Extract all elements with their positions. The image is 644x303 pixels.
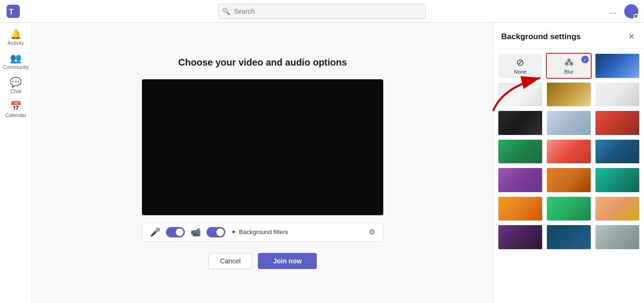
sidebar-item-label: Community: [3, 64, 29, 70]
blur-icon: ⁂: [564, 57, 574, 68]
bg-option-14[interactable]: [497, 196, 543, 222]
more-options-button[interactable]: ...: [606, 4, 620, 18]
content-area: Choose your video and audio options 🎤 📹 …: [32, 23, 493, 303]
bg-option-16[interactable]: [594, 196, 640, 222]
svg-text:T: T: [9, 8, 14, 16]
bg-option-19[interactable]: [594, 224, 640, 250]
bg-option-12[interactable]: [546, 167, 592, 193]
bg-option-3[interactable]: [546, 82, 592, 108]
bg-panel-title: Background settings: [501, 32, 581, 42]
topbar-right: ...: [606, 4, 638, 18]
bg-option-4[interactable]: [594, 82, 640, 108]
cam-toggle[interactable]: [206, 227, 225, 237]
bg-option-18[interactable]: [546, 224, 592, 250]
sidebar-item-label: Activity: [8, 40, 24, 46]
activity-icon: 🔔: [10, 29, 22, 39]
sidebar-item-label: Chat: [10, 88, 21, 94]
bg-filters-label: Background filters: [239, 228, 288, 236]
background-filters-button[interactable]: ✦ Background filters: [231, 228, 363, 236]
action-buttons: Cancel Join now: [208, 253, 317, 269]
blur-label: Blur: [564, 69, 574, 75]
chat-icon: 💬: [10, 77, 22, 87]
search-container: 🔍: [218, 4, 426, 19]
cancel-button[interactable]: Cancel: [208, 253, 253, 269]
mic-toggle[interactable]: [166, 227, 185, 237]
bg-grid-scroll[interactable]: ⊘ None ⁂ Blur ✓: [494, 49, 644, 303]
bg-option-13[interactable]: [594, 167, 640, 193]
bg-option-2[interactable]: [497, 82, 543, 108]
bg-option-5[interactable]: [497, 110, 543, 136]
none-icon: ⊘: [516, 57, 524, 68]
bg-option-10[interactable]: [594, 139, 640, 165]
teams-logo[interactable]: T: [6, 4, 21, 19]
bg-option-1[interactable]: [594, 53, 640, 79]
selected-check: ✓: [581, 56, 589, 63]
bg-options-grid: ⊘ None ⁂ Blur ✓: [497, 53, 640, 250]
bg-option-11[interactable]: [497, 167, 543, 193]
none-label: None: [514, 69, 526, 75]
video-preview: [142, 79, 383, 215]
presence-badge: [634, 14, 638, 18]
sidebar-item-activity[interactable]: 🔔 Activity: [2, 26, 30, 49]
settings-gear-icon[interactable]: ⚙: [369, 227, 375, 236]
search-input[interactable]: [218, 4, 426, 19]
sidebar-item-calendar[interactable]: 📅 Calendar: [2, 99, 30, 121]
avatar[interactable]: [624, 4, 638, 18]
bg-option-none[interactable]: ⊘ None: [497, 53, 543, 79]
main-layout: 🔔 Activity 👥 Community 💬 Chat 📅 Calendar…: [0, 23, 644, 303]
sidebar-item-chat[interactable]: 💬 Chat: [2, 75, 30, 97]
join-now-button[interactable]: Join now: [258, 253, 317, 269]
bg-option-8[interactable]: [497, 139, 543, 165]
community-icon: 👥: [10, 53, 22, 63]
bg-filters-icon: ✦: [231, 228, 236, 236]
topbar: T 🔍 ...: [0, 0, 644, 23]
bg-option-17[interactable]: [497, 224, 543, 250]
page-title: Choose your video and audio options: [178, 57, 347, 68]
sidebar: 🔔 Activity 👥 Community 💬 Chat 📅 Calendar: [0, 23, 32, 303]
camera-icon: 📹: [190, 227, 201, 237]
sidebar-item-community[interactable]: 👥 Community: [2, 50, 30, 73]
microphone-icon: 🎤: [150, 227, 160, 237]
search-icon: 🔍: [222, 8, 230, 15]
bg-option-9[interactable]: [546, 139, 592, 165]
sidebar-item-label: Calendar: [5, 112, 26, 118]
bg-option-blur[interactable]: ⁂ Blur ✓: [546, 53, 592, 79]
calendar-icon: 📅: [10, 101, 22, 111]
bg-option-6[interactable]: [546, 110, 592, 136]
bg-option-7[interactable]: [594, 110, 640, 136]
controls-bar: 🎤 📹 ✦ Background filters ⚙: [142, 223, 383, 242]
background-settings-panel: Background settings ✕ ⊘ None ⁂ Blur: [493, 23, 644, 303]
bg-panel-header: Background settings ✕: [494, 23, 644, 49]
bg-option-15[interactable]: [546, 196, 592, 222]
close-icon[interactable]: ✕: [627, 30, 636, 43]
